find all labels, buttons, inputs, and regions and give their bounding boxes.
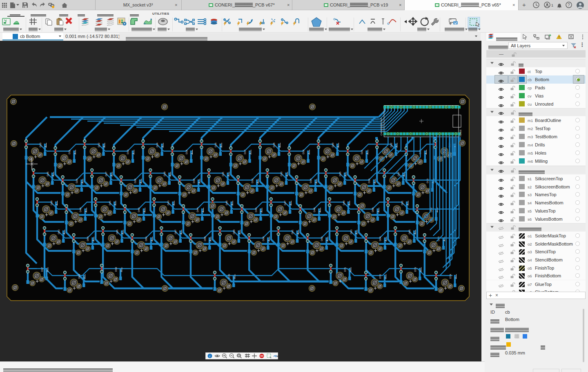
svg-text:D40: D40 <box>79 207 82 212</box>
svg-text:D19: D19 <box>302 149 305 154</box>
svg-text:D18: D18 <box>273 142 275 147</box>
svg-text:D37: D37 <box>397 171 400 176</box>
svg-text:D26: D26 <box>76 178 78 183</box>
svg-text:D58: D58 <box>204 236 206 241</box>
svg-text:D30: D30 <box>193 178 195 183</box>
svg-text:D39: D39 <box>50 200 53 205</box>
svg-text:D33: D33 <box>280 171 283 176</box>
svg-text:D64: D64 <box>379 236 381 241</box>
svg-text:D15: D15 <box>185 149 188 154</box>
svg-text:D61: D61 <box>291 229 294 234</box>
svg-text:D21: D21 <box>361 149 363 154</box>
svg-text:D53: D53 <box>58 229 60 234</box>
svg-text:D20: D20 <box>332 142 334 147</box>
svg-text:D44: D44 <box>196 207 199 212</box>
svg-text:?: ? <box>568 3 570 7</box>
svg-text:D43: D43 <box>167 200 169 205</box>
svg-text:D27: D27 <box>105 171 107 176</box>
svg-text:D34: D34 <box>310 178 312 183</box>
svg-text:D56: D56 <box>145 236 147 241</box>
svg-text:D32: D32 <box>251 178 254 183</box>
svg-text:1: 1 <box>551 3 553 7</box>
svg-text:D65: D65 <box>408 229 411 234</box>
svg-text:D25: D25 <box>47 171 49 176</box>
svg-text:D16: D16 <box>214 142 217 147</box>
svg-text:D29: D29 <box>163 171 166 176</box>
svg-text:D72: D72 <box>379 274 381 279</box>
svg-text:D10: D10 <box>39 142 42 147</box>
svg-text:D57: D57 <box>174 229 177 234</box>
svg-text:D73: D73 <box>414 267 416 272</box>
svg-text:D74: D74 <box>449 274 452 279</box>
svg-text:D54: D54 <box>87 236 89 241</box>
svg-text:D51: D51 <box>401 200 403 205</box>
svg-text:D11: D11 <box>68 150 71 154</box>
svg-text:D36: D36 <box>368 178 370 183</box>
svg-text:D17: D17 <box>244 149 246 154</box>
svg-text:D68: D68 <box>78 274 80 279</box>
svg-text:D49: D49 <box>343 200 345 205</box>
svg-text:D42: D42 <box>138 207 140 212</box>
svg-text:D71: D71 <box>344 267 346 272</box>
svg-text:D60: D60 <box>262 236 265 241</box>
svg-text:D67: D67 <box>41 267 43 272</box>
svg-text:D13: D13 <box>127 149 129 154</box>
svg-text:D62: D62 <box>321 236 323 241</box>
svg-text:D48: D48 <box>313 207 316 212</box>
svg-text:D46: D46 <box>255 207 257 212</box>
svg-text:D45: D45 <box>225 200 228 205</box>
svg-text:D31: D31 <box>222 171 224 176</box>
svg-text:D35: D35 <box>339 171 341 176</box>
svg-text:D41: D41 <box>109 200 111 205</box>
svg-text:D47: D47 <box>284 200 286 205</box>
svg-text:D12: D12 <box>98 142 100 147</box>
svg-text:D22: D22 <box>390 142 392 147</box>
svg-text:D55: D55 <box>116 229 118 234</box>
svg-text:C4PRPBBB42AP: C4PRPBBB42AP <box>380 118 383 135</box>
svg-text:D38: D38 <box>426 178 429 183</box>
svg-text:D59: D59 <box>233 229 235 234</box>
svg-text:D69: D69 <box>115 267 117 272</box>
svg-text:D63: D63 <box>350 229 352 234</box>
svg-text:D50: D50 <box>372 207 374 212</box>
svg-text:D28: D28 <box>134 178 136 183</box>
svg-text:TDR05: TDR05 <box>459 130 462 137</box>
svg-text:D70: D70 <box>228 274 230 279</box>
svg-text:D14: D14 <box>156 142 158 147</box>
